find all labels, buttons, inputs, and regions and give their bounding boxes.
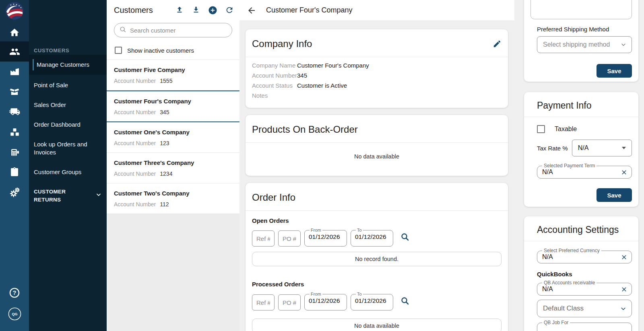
processed-ref-input[interactable] xyxy=(252,294,275,310)
open-from-date[interactable]: From 01/12/2026 xyxy=(304,228,347,247)
shipping-method-label: Preferred Shipping Method xyxy=(537,26,632,33)
settings-column: Preferred Shipping Method Select shippin… xyxy=(524,0,638,331)
open-po-input[interactable] xyxy=(278,230,301,247)
nav-group-customer-returns[interactable]: CUSTOMER RETURNS xyxy=(29,183,107,209)
rail-top-section xyxy=(0,0,29,41)
chevron-down-icon xyxy=(620,41,627,48)
processed-to-date[interactable]: To 01/12/2026 xyxy=(351,292,393,310)
nav-section-label: CUSTOMERS xyxy=(29,47,107,53)
open-to-date[interactable]: To 01/12/2026 xyxy=(351,228,393,247)
panel-title: Customers xyxy=(114,6,175,15)
customer-list-item-selected[interactable]: Customer Four's Company Account Number34… xyxy=(107,90,239,122)
customer-search xyxy=(114,23,232,37)
taxable-toggle[interactable]: Taxable xyxy=(537,125,632,133)
qb-job-for-field[interactable]: QB Job For xyxy=(537,320,632,331)
nav-item-point-of-sale[interactable]: Point of Sale xyxy=(29,76,107,95)
processed-po-input[interactable] xyxy=(278,294,301,310)
dropdown-arrow-icon xyxy=(622,147,626,149)
qb-accounts-receivable-field[interactable]: QB Accounts receivable N/A xyxy=(537,280,632,296)
shipping-truck-icon[interactable] xyxy=(0,102,29,122)
clipboard-icon[interactable] xyxy=(0,162,29,182)
tax-rate-select[interactable]: N/A xyxy=(572,140,632,156)
settings-gears-icon[interactable] xyxy=(0,182,29,202)
nav-item-customer-groups[interactable]: Customer Groups xyxy=(29,163,107,181)
icon-rail: ? QG xyxy=(0,0,29,331)
nav-item-lookup-orders[interactable]: Look up Orders and Invoices xyxy=(29,135,107,162)
tax-rate-label: Tax Rate % xyxy=(537,145,568,152)
open-orders-label: Open Orders xyxy=(252,217,289,224)
search-icon xyxy=(119,26,127,35)
preferred-currency-field[interactable]: Select Preferred Currency N/A xyxy=(537,248,632,263)
info-row-notes: Notes xyxy=(252,92,502,99)
shipping-card: Preferred Shipping Method Select shippin… xyxy=(524,0,638,82)
company-logo xyxy=(6,2,23,21)
quickbooks-label: QuickBooks xyxy=(537,271,632,278)
customer-list-item[interactable]: Customer Three's Company Account Number1… xyxy=(107,153,239,183)
point-of-sale-icon[interactable] xyxy=(0,142,29,162)
edit-pencil-icon[interactable] xyxy=(493,39,502,48)
upload-icon[interactable] xyxy=(175,6,184,14)
company-info-heading: Company Info xyxy=(252,38,312,49)
manufacturing-icon[interactable] xyxy=(0,62,29,82)
info-row-company-name: Company NameCustomer Four's Company xyxy=(252,62,502,69)
chevron-down-icon xyxy=(95,191,102,200)
customer-list-item[interactable]: Customer One's Company Account Number123 xyxy=(107,122,239,153)
user-avatar[interactable]: QG xyxy=(8,307,21,321)
chevron-down-icon xyxy=(620,305,627,312)
page-title: Customer Four's Company xyxy=(266,6,353,14)
default-class-select[interactable]: Default Class xyxy=(537,300,632,317)
info-row-account-status: Account StatusCustomer is Active xyxy=(252,82,502,89)
payment-info-heading: Payment Info xyxy=(537,100,632,111)
order-info-card: Order Info Open Orders From 01/12/2026 T… xyxy=(246,183,508,331)
search-input[interactable] xyxy=(130,27,227,34)
shipping-save-button[interactable]: Save xyxy=(597,64,632,78)
svg-text:QG: QG xyxy=(12,312,17,316)
help-icon[interactable]: ? xyxy=(9,287,20,298)
processed-orders-empty: No data available xyxy=(252,319,502,331)
back-icon[interactable] xyxy=(247,6,256,15)
show-inactive-toggle[interactable]: Show inactive customers xyxy=(115,47,239,54)
secondary-nav: CUSTOMERS Manage Customers Point of Sale… xyxy=(29,0,107,331)
inventory-box-icon[interactable] xyxy=(0,82,29,102)
open-ref-input[interactable] xyxy=(252,230,275,247)
processed-from-date[interactable]: From 01/12/2026 xyxy=(304,292,347,310)
shipping-method-select[interactable]: Select shipping method xyxy=(537,36,632,53)
accounting-settings-card: Accounting Settings Select Preferred Cur… xyxy=(524,216,638,331)
info-row-account-number: Account Number345 xyxy=(252,72,502,79)
clear-x-icon[interactable] xyxy=(621,169,627,176)
clear-x-icon[interactable] xyxy=(621,254,627,261)
nav-item-sales-order[interactable]: Sales Order xyxy=(29,96,107,114)
order-info-heading: Order Info xyxy=(252,192,295,203)
taxable-checkbox[interactable] xyxy=(537,125,545,133)
back-order-heading: Products On Back-Order xyxy=(252,124,358,135)
app-root: ? QG CUSTOMERS Manage Customers Point of… xyxy=(0,0,644,331)
processed-search-icon[interactable] xyxy=(400,296,410,307)
company-info-card: Company Info Company NameCustomer Four's… xyxy=(246,29,508,108)
customers-icon[interactable] xyxy=(0,41,29,62)
add-customer-icon[interactable] xyxy=(208,6,217,15)
rail-spacer xyxy=(0,202,29,287)
open-orders-empty: No record found. xyxy=(252,252,502,266)
show-inactive-checkbox[interactable] xyxy=(115,47,122,54)
nav-item-order-dashboard[interactable]: Order Dashboard xyxy=(29,115,107,134)
processed-orders-label: Processed Orders xyxy=(252,281,502,288)
customer-detail: Customer Four's Company Company Info Com… xyxy=(239,0,514,331)
payment-term-field[interactable]: Selected Payment Term N/A xyxy=(537,163,632,179)
home-icon[interactable] xyxy=(9,24,20,41)
accounting-settings-heading: Accounting Settings xyxy=(537,224,632,235)
payment-save-button[interactable]: Save xyxy=(597,188,632,202)
svg-text:?: ? xyxy=(13,290,17,296)
nav-item-manage-customers[interactable]: Manage Customers xyxy=(29,55,107,75)
payment-info-card: Payment Info Taxable Tax Rate % N/A Sele… xyxy=(524,92,638,207)
rail-bottom-section: ? QG xyxy=(0,287,29,331)
refresh-icon[interactable] xyxy=(225,6,234,14)
customer-list-item[interactable]: Customer Two's Company Account Number112 xyxy=(107,183,239,214)
customer-list-item[interactable]: Customer Five Company Account Number1555 xyxy=(107,60,239,90)
customers-panel: Customers xyxy=(107,0,239,331)
download-icon[interactable] xyxy=(192,6,200,14)
clear-x-icon[interactable] xyxy=(621,286,627,293)
back-order-empty-text: No data available xyxy=(246,143,508,176)
partial-input[interactable] xyxy=(530,0,632,19)
pallet-icon[interactable] xyxy=(0,122,29,142)
open-search-icon[interactable] xyxy=(400,232,410,243)
